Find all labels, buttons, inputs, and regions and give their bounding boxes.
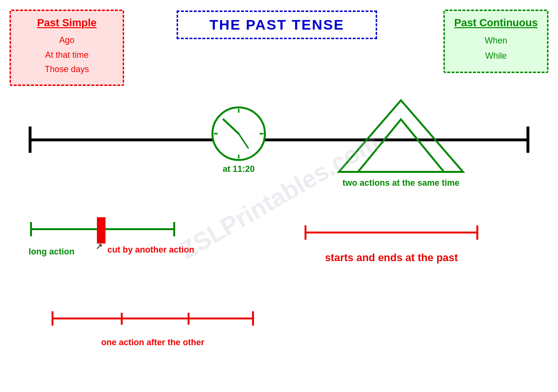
svg-rect-12 bbox=[97, 217, 105, 244]
main-title-box: THE PAST TENSE bbox=[177, 11, 377, 39]
clock-container: at 11:20 bbox=[210, 105, 267, 174]
starts-ends-container: starts and ends at the past bbox=[301, 220, 482, 264]
starts-ends-label: starts and ends at the past bbox=[301, 252, 482, 264]
sequential-container: one action after the other bbox=[48, 306, 258, 348]
starts-ends-svg bbox=[301, 220, 482, 246]
sequential-svg bbox=[48, 306, 258, 332]
past-simple-title: Past Simple bbox=[19, 17, 115, 29]
past-simple-item-2: At that time bbox=[19, 48, 115, 63]
long-action-label: long action bbox=[29, 247, 74, 257]
cut-label: cut by another action bbox=[107, 245, 194, 255]
svg-marker-8 bbox=[358, 119, 444, 172]
past-simple-item-3: Those days bbox=[19, 62, 115, 77]
clock-label: at 11:20 bbox=[210, 164, 267, 174]
past-continuous-box: Past Continuous When While bbox=[443, 10, 548, 73]
clock-svg bbox=[210, 105, 267, 162]
long-action-svg bbox=[26, 212, 189, 246]
svg-marker-7 bbox=[339, 100, 463, 172]
long-action-container: long action ↗ cut by another action bbox=[26, 212, 284, 248]
triangle-svg bbox=[334, 98, 468, 174]
timeline-right-cap bbox=[526, 127, 529, 153]
past-continuous-item-2: While bbox=[453, 48, 539, 64]
sequential-label: one action after the other bbox=[48, 338, 258, 348]
triangle-label: two actions at the same time bbox=[334, 178, 468, 188]
past-simple-box: Past Simple Ago At that time Those days bbox=[10, 10, 124, 86]
past-simple-item-1: Ago bbox=[19, 33, 115, 48]
past-continuous-item-1: When bbox=[453, 33, 539, 48]
past-continuous-title: Past Continuous bbox=[453, 17, 539, 29]
cut-arrow-symbol: ↗ bbox=[95, 241, 103, 252]
main-title: THE PAST TENSE bbox=[188, 17, 366, 33]
triangle-container: two actions at the same time bbox=[334, 98, 468, 188]
